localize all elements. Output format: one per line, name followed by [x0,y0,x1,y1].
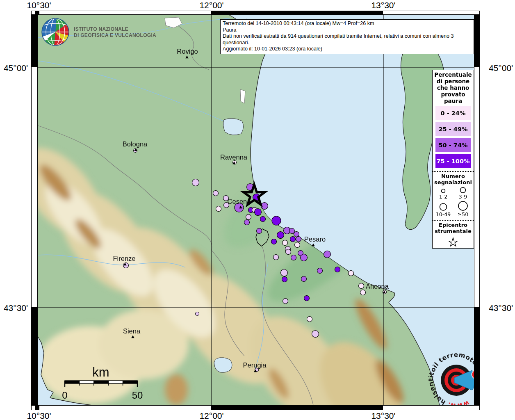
felt-report-circle [257,228,262,234]
felt-report-circle [301,276,307,282]
lake-trasimeno [214,358,232,372]
axis-label-right-45: 45°00' [489,63,513,73]
axis-label-top-left: 10°30' [27,0,51,10]
neatline-right [474,15,480,405]
city-label-siena: Siena [123,327,141,335]
comacchio-lagoon [223,119,244,135]
felt-report-circle [304,296,310,301]
felt-report-circle [301,254,308,261]
felt-report-circle [289,228,295,234]
legend-size-class: 10-49 [434,202,453,217]
felt-report-circle [283,299,288,304]
felt-report-circle [282,277,287,282]
event-effect: Paura [223,27,472,34]
felt-report-circle [312,331,319,338]
scale-end-label: 50 [132,390,143,401]
legend-signals-title: Numerosegnalazioni [433,173,473,185]
legend-size-class: 3-9 [453,186,472,199]
city-label-firenze: Firenze [113,255,135,262]
map-canvas: RovigoBolognaRavennaCesenaFirenzePesaroA… [38,15,474,405]
event-info-box: Terremoto del 14-10-2010 00:43:14 (ora l… [220,19,474,54]
city-label-cesena: Cesena [228,198,251,205]
ingv-globe-icon [41,18,70,47]
neatline-top [31,11,480,15]
axis-label-top-right: 13°30' [371,0,395,10]
axis-label-bottom-center: 12°00' [199,411,223,420]
coastal-sliver [240,89,245,103]
legend-divider [433,171,474,172]
felt-report-circle [283,240,288,246]
felt-report-circle [317,268,323,274]
ingv-name-line1: ISTITUTO NAZIONALE [74,26,156,32]
felt-report-circle [286,249,291,255]
city-label-pesaro: Pesaro [304,235,326,243]
felt-report-circle [349,271,354,276]
felt-report-circle [307,317,312,322]
legend-class-swatches: 0 - 24%25 - 49%50 - 74%75 - 100% [433,106,473,168]
scale-unit-label: km [92,365,109,379]
felt-report-circle [213,191,219,196]
axis-label-left-43: 43°30' [0,303,28,313]
axis-label-right-43: 43°30' [489,303,513,313]
legend-divider [433,220,474,221]
legend-signal-sizes: 1-23-910-49≥50 [433,186,473,217]
legend-class-swatch: 0 - 24% [435,106,471,120]
axis-label-bottom-left: 10°30' [27,411,51,420]
felt-report-circle [192,179,199,186]
ingv-logo: ISTITUTO NAZIONALE DI GEOFISICA E VULCAN… [41,18,156,47]
felt-report-circle [294,232,299,237]
axis-label-top-center: 12°00' [199,0,223,10]
legend-panel: Percentualedi personeche hannoprovatopau… [432,70,474,249]
axis-label-left-45: 45°00' [0,63,28,73]
felt-report-circle [290,237,296,242]
city-label-bologna: Bologna [123,140,148,148]
city-label-rovigo: Rovigo [177,48,198,55]
legend-class-swatch: 50 - 74% [435,138,471,152]
scale-start-label: 0 [62,390,67,401]
legend-class-swatch: 75 - 100% [435,154,471,168]
neatline-left [31,15,38,405]
epicenter-star-icon [446,236,460,248]
felt-report-circle [216,206,221,212]
felt-report-circle [255,209,262,216]
felt-report-circle [277,232,284,239]
ingv-name-line2: DI GEOFISICA E VULCANOLOGIA [74,32,156,39]
legend-percent-title: Percentualedi personeche hannoprovatopau… [433,71,473,104]
felt-report-circle [295,242,300,248]
felt-report-circle [324,251,331,258]
legend-size-class: ≥50 [453,200,472,217]
city-label-ancona: Ancona [366,283,389,290]
felt-report-circle [335,267,340,272]
felt-report-circle [359,283,364,289]
felt-report-circle [296,237,301,242]
felt-report-circle [246,215,251,220]
felt-report-circle [273,255,279,260]
felt-report-circle [291,255,296,260]
earthquake-felt-map-page: 10°30' 12°00' 13°30' 10°30' 12°00' 13°30… [0,0,515,420]
city-label-ravenna: Ravenna [220,153,248,161]
legend-class-swatch: 25 - 49% [435,122,471,136]
legend-size-class: 1-2 [434,188,453,199]
legend-epicenter-title: Epicentrostrumentale [433,222,473,234]
city-label-perugia: Perugia [243,361,267,369]
felt-report-circle [244,220,250,225]
axis-label-bottom-right: 13°30' [371,411,395,420]
felt-report-circle [272,216,281,225]
felt-report-circle [196,312,199,316]
event-disclaimer: Dati non verificati estratti da 914 ques… [223,33,472,46]
felt-report-circle [360,290,366,295]
neatline-bottom [31,405,480,410]
felt-report-circle [260,217,266,222]
event-updated: Aggiornato il: 10-01-2026 03:23 (ora loc… [223,46,472,52]
event-title: Terremoto del 14-10-2010 00:43:14 (ora l… [223,21,472,27]
felt-report-circle [281,269,288,276]
felt-report-circle [271,239,277,244]
